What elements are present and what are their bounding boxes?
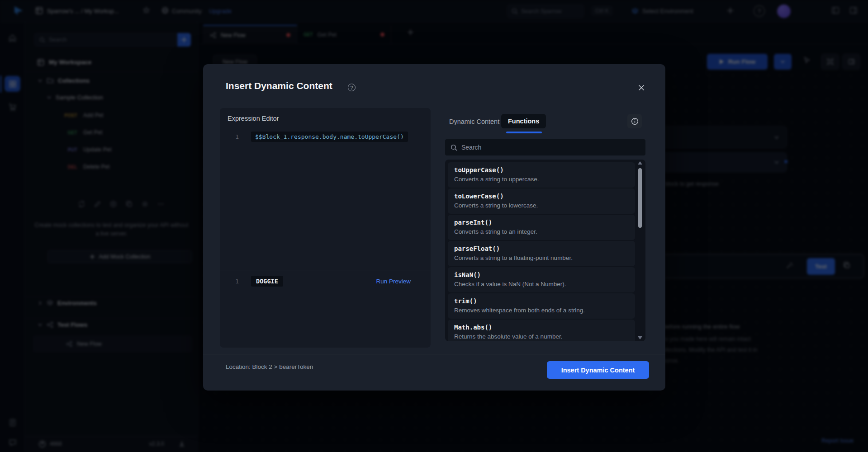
preview-value: DOGGIE	[251, 276, 283, 287]
insert-dynamic-content-button[interactable]: Insert Dynamic Content	[547, 361, 649, 379]
help-icon[interactable]: ?	[348, 84, 356, 91]
editor-line-number: 1	[225, 133, 239, 140]
scroll-down-icon[interactable]	[638, 336, 642, 339]
function-description: Returns the absolute value of a number.	[454, 332, 629, 341]
function-name: Math.abs()	[454, 323, 629, 332]
function-description: Converts a string to a floating-point nu…	[454, 254, 629, 263]
location-breadcrumb: Location: Block 2 > bearerToken	[226, 363, 313, 370]
expression-editor-label: Expression Editor	[228, 115, 279, 122]
tab-dynamic-content[interactable]: Dynamic Content	[449, 118, 499, 125]
expression-editor-panel: Expression Editor 1 $$Block_1.response.b…	[220, 108, 431, 348]
preview-line-number: 1	[225, 278, 239, 285]
preview-divider	[220, 270, 431, 270]
function-item[interactable]: Math.abs() Returns the absolute value of…	[448, 320, 635, 341]
scroll-up-icon[interactable]	[638, 161, 642, 165]
function-item[interactable]: trim() Removes whitespace from both ends…	[448, 293, 635, 319]
function-description: Converts a string to uppercase.	[454, 175, 629, 184]
function-item[interactable]: isNaN() Checks if a value is NaN (Not a …	[448, 267, 635, 292]
function-description: Checks if a value is NaN (Not a Number).	[454, 280, 629, 289]
function-name: isNaN()	[454, 270, 629, 280]
tab-functions[interactable]: Functions	[501, 114, 546, 128]
search-icon	[451, 144, 457, 151]
info-icon[interactable]	[627, 114, 642, 128]
functions-list[interactable]: toUpperCase() Converts a string to upper…	[445, 160, 645, 341]
function-name: parseFloat()	[454, 244, 629, 254]
insert-dynamic-content-modal: Insert Dynamic Content ? Expression Edit…	[203, 64, 665, 391]
functions-search-input[interactable]	[461, 144, 624, 151]
function-item[interactable]: parseInt() Converts a string to an integ…	[448, 215, 635, 240]
function-name: parseInt()	[454, 218, 629, 227]
functions-scrollbar[interactable]	[638, 161, 642, 339]
close-icon[interactable]	[636, 82, 647, 93]
modal-title: Insert Dynamic Content	[226, 80, 332, 91]
function-name: trim()	[454, 297, 629, 306]
function-item[interactable]: toUpperCase() Converts a string to upper…	[448, 162, 635, 188]
active-tab-underline	[506, 132, 542, 133]
function-item[interactable]: toLowerCase() Converts a string to lower…	[448, 188, 635, 214]
function-description: Converts a string to an integer.	[454, 227, 629, 236]
function-name: toUpperCase()	[454, 165, 629, 175]
run-preview-link[interactable]: Run Preview	[376, 278, 411, 285]
functions-search[interactable]	[445, 139, 645, 155]
function-name: toLowerCase()	[454, 192, 629, 201]
function-description: Removes whitespace from both ends of a s…	[454, 306, 629, 315]
function-item[interactable]: parseFloat() Converts a string to a floa…	[448, 241, 635, 266]
expression-code[interactable]: $$Block_1.response.body.name.toUpperCase…	[251, 132, 408, 142]
scrollbar-thumb[interactable]	[638, 168, 642, 228]
function-description: Converts a string to lowercase.	[454, 201, 629, 210]
